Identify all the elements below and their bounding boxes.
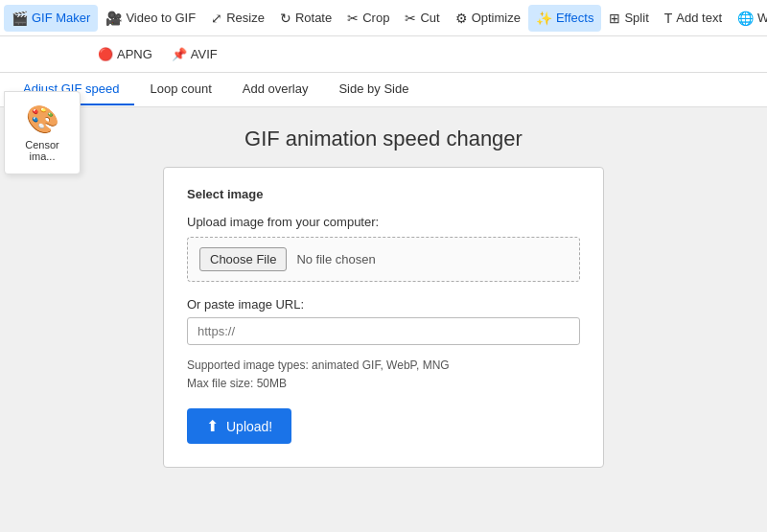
nav-webp[interactable]: 🌐 WebP [730, 5, 767, 32]
effects-icon: ✨ [536, 11, 552, 26]
censor-image-panel: 🎨 Censor ima... [4, 91, 81, 174]
choose-file-button[interactable]: Choose File [199, 247, 287, 271]
cut-icon: ✂ [405, 11, 416, 26]
nav-avif[interactable]: 📌 AVIF [164, 41, 225, 67]
upload-icon: ⬆ [206, 417, 219, 435]
nav-gif-maker[interactable]: 🎬 GIF Maker [4, 5, 98, 32]
nav-add-text[interactable]: T Add text [657, 5, 730, 32]
optimize-icon: ⚙ [455, 11, 468, 26]
upload-button[interactable]: ⬆ Upload! [187, 408, 291, 444]
url-label: Or paste image URL: [187, 297, 580, 312]
split-icon: ⊞ [609, 11, 620, 26]
tab-side-by-side[interactable]: Side by Side [323, 74, 424, 105]
section-title: Select image [187, 187, 580, 201]
nav-video-to-gif[interactable]: 🎥 Video to GIF [98, 5, 203, 32]
main-content: GIF animation speed changer Select image… [0, 107, 767, 487]
sub-tabs-bar: Adjust GIF speed Loop count Add overlay … [0, 73, 767, 107]
nav-rotate[interactable]: ↻ Rotate [272, 5, 339, 32]
add-text-icon: T [664, 11, 673, 26]
censor-icon: 🎨 [26, 104, 59, 135]
resize-icon: ⤢ [211, 11, 222, 26]
url-input[interactable] [187, 317, 580, 345]
page-title: GIF animation speed changer [244, 127, 523, 151]
second-nav: 🔴 APNG 📌 AVIF [90, 41, 225, 67]
nav-effects[interactable]: ✨ Effects [528, 5, 602, 32]
nav-crop[interactable]: ✂ Crop [339, 5, 397, 32]
webp-icon: 🌐 [737, 11, 754, 26]
rotate-icon: ↻ [280, 11, 291, 26]
upload-label: Upload image from your computer: [187, 215, 580, 229]
gif-maker-icon: 🎬 [12, 11, 28, 26]
file-input-row: Choose File No file chosen [187, 237, 580, 282]
top-nav: 🎬 GIF Maker 🎥 Video to GIF ⤢ Resize ↻ Ro… [0, 0, 767, 36]
upload-card: Select image Upload image from your comp… [163, 167, 604, 468]
nav-apng[interactable]: 🔴 APNG [90, 41, 160, 67]
apng-icon: 🔴 [98, 47, 113, 61]
tab-loop-count[interactable]: Loop count [134, 74, 226, 105]
nav-split[interactable]: ⊞ Split [601, 5, 656, 32]
supported-types-text: Supported image types: animated GIF, Web… [187, 357, 580, 393]
nav-cut[interactable]: ✂ Cut [397, 5, 447, 32]
video-to-gif-icon: 🎥 [105, 11, 122, 26]
crop-icon: ✂ [347, 11, 359, 26]
nav-optimize[interactable]: ⚙ Optimize [448, 5, 528, 32]
no-file-text: No file chosen [296, 252, 375, 266]
tab-add-overlay[interactable]: Add overlay [227, 74, 324, 105]
nav-resize[interactable]: ⤢ Resize [203, 5, 272, 32]
avif-icon: 📌 [172, 47, 187, 61]
